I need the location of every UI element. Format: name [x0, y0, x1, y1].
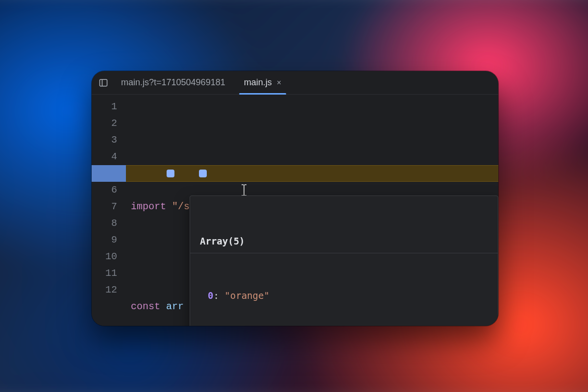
- tab-mainjs[interactable]: main.js ×: [236, 71, 289, 95]
- toggle-sidebar-button[interactable]: [97, 76, 110, 90]
- inspector-entry[interactable]: 0: "orange": [190, 288, 498, 303]
- tab-bar: main.js?t=1710504969181 main.js ×: [92, 71, 498, 95]
- svg-rect-0: [100, 79, 107, 86]
- line-number: 3: [92, 132, 117, 148]
- line-number: 1: [92, 98, 117, 115]
- line-number: 11: [92, 265, 117, 282]
- panel-left-icon: [98, 78, 108, 88]
- code-editor[interactable]: 1 2 3 4 5 6 7 8 9 10 11 12: [92, 95, 498, 326]
- tab-label: main.js?t=1710504969181: [121, 77, 225, 88]
- tab-label: main.js: [244, 77, 272, 88]
- close-icon[interactable]: ×: [277, 78, 281, 87]
- line-number: 5: [92, 165, 117, 182]
- tab-mainjs-query[interactable]: main.js?t=1710504969181: [113, 71, 233, 95]
- value-inspector-popup[interactable]: Array(5) 0: "orange" 1: "banana" 2: "app…: [190, 196, 498, 326]
- inspector-header: Array(5): [190, 232, 498, 253]
- line-number: 8: [92, 215, 117, 232]
- line-number: 4: [92, 148, 117, 165]
- text-cursor-icon: [181, 167, 190, 180]
- code-area[interactable]: import "/style.css?t=1710504969181"; con…: [126, 95, 498, 326]
- line-number: 12: [92, 282, 117, 298]
- line-number: 9: [92, 232, 117, 248]
- debug-step-marker-icon: [167, 170, 174, 177]
- line-number: 10: [92, 248, 117, 265]
- debug-step-marker-icon: [199, 170, 207, 177]
- line-number-gutter: 1 2 3 4 5 6 7 8 9 10 11 12: [92, 95, 126, 326]
- line-number: 2: [92, 115, 117, 132]
- line-number: 6: [92, 182, 117, 198]
- devtools-panel: main.js?t=1710504969181 main.js × 1 2 3 …: [92, 71, 498, 326]
- line-number: 7: [92, 198, 117, 215]
